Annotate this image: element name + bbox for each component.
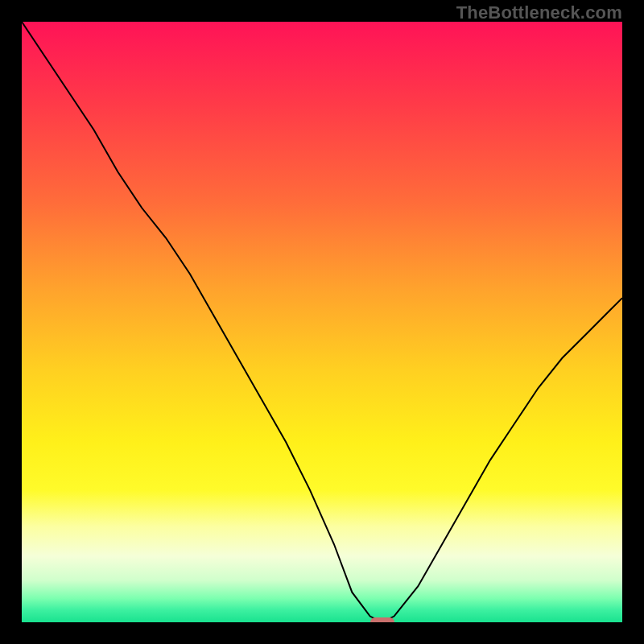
bottleneck-curve [22, 22, 622, 622]
chart-frame: TheBottleneck.com [0, 0, 644, 644]
optimal-marker [370, 617, 394, 622]
attribution-label: TheBottleneck.com [456, 2, 622, 23]
plot-area [22, 22, 622, 622]
